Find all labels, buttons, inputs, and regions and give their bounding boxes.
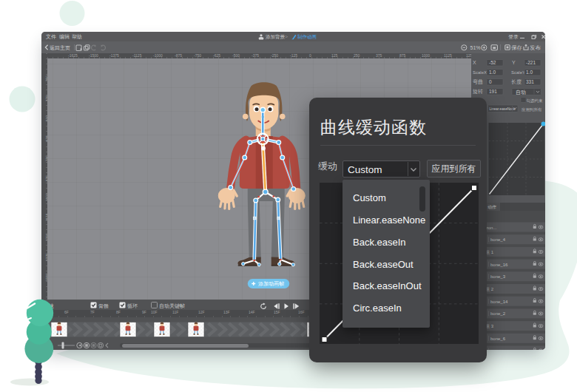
- svg-text:X: X: [473, 60, 476, 65]
- svg-text:-52: -52: [489, 60, 496, 65]
- svg-text:1.0: 1.0: [489, 70, 496, 75]
- svg-text:191: 191: [489, 89, 497, 94]
- svg-text:添加动画帧: 添加动画帧: [257, 281, 284, 287]
- svg-text:bone_6: bone_6: [490, 337, 506, 341]
- svg-text:bone_2: bone_2: [490, 311, 506, 316]
- svg-text:bone_4: bone_4: [490, 237, 506, 242]
- svg-text:bone_14: bone_14: [490, 300, 508, 304]
- svg-text:-221: -221: [526, 60, 536, 65]
- svg-text:应用到所有: 应用到所有: [522, 107, 542, 112]
- svg-text:fron...: fron...: [485, 226, 497, 230]
- svg-text:bone_16: bone_16: [490, 263, 508, 267]
- svg-text:旋转: 旋转: [473, 89, 483, 95]
- svg-text:动作: 动作: [487, 205, 496, 209]
- svg-text:0: 0: [489, 79, 492, 84]
- svg-text:331: 331: [526, 79, 534, 84]
- svg-text:bone_7: bone_7: [490, 349, 506, 351]
- svg-text:长度: 长度: [511, 79, 522, 85]
- svg-text:弯曲: 弯曲: [473, 78, 483, 85]
- svg-text:1.0: 1.0: [526, 70, 533, 75]
- svg-text:Linear.easeNone: Linear.easeNone: [490, 107, 516, 111]
- svg-text:bone_3: bone_3: [490, 274, 506, 279]
- svg-text:ScaleX: ScaleX: [473, 70, 487, 75]
- svg-text:Y: Y: [512, 60, 516, 65]
- svg-text:自动: 自动: [516, 89, 526, 95]
- svg-text:ScaleY: ScaleY: [511, 70, 525, 75]
- svg-text:勾选约束: 勾选约束: [527, 98, 544, 104]
